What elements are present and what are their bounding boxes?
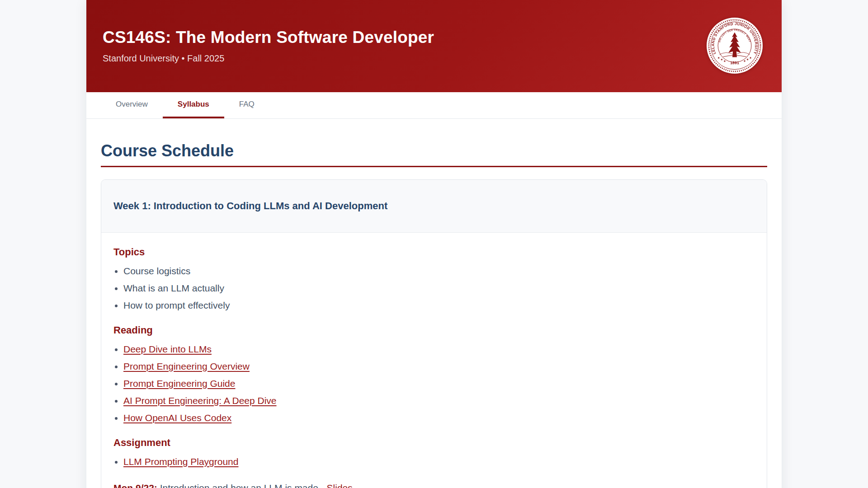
tab-faq[interactable]: FAQ — [224, 92, 269, 118]
list-item: How OpenAI Uses Codex — [123, 412, 755, 424]
list-item: What is an LLM actually — [123, 282, 755, 295]
topics-list: Course logisticsWhat is an LLM actuallyH… — [113, 265, 755, 312]
prompt-engineering-guide-link[interactable]: Prompt Engineering Guide — [123, 378, 235, 389]
ai-prompt-engineering-a-deep-dive-link[interactable]: AI Prompt Engineering: A Deep Dive — [123, 395, 277, 406]
how-openai-uses-codex-link[interactable]: How OpenAI Uses Codex — [123, 413, 231, 423]
week-card-body: TopicsCourse logisticsWhat is an LLM act… — [101, 233, 767, 488]
tab-overview[interactable]: Overview — [101, 92, 163, 118]
week-title: Week 1: Introduction to Coding LLMs and … — [113, 200, 755, 212]
list-item: LLM Prompting Playground — [123, 455, 755, 468]
list-item: Prompt Engineering Overview — [123, 360, 755, 373]
schedule-line: Mon 9/22: Introduction and how an LLM is… — [113, 482, 755, 488]
list-item: Deep Dive into LLMs — [123, 343, 755, 356]
course-title: CS146S: The Modern Software Developer — [103, 28, 700, 47]
section-heading-assignment: Assignment — [113, 437, 755, 449]
week-card: Week 1: Introduction to Coding LLMs and … — [101, 179, 767, 488]
slides-link[interactable]: Slides — [327, 483, 353, 488]
list-item: AI Prompt Engineering: A Deep Dive — [123, 394, 755, 407]
prompt-engineering-overview-link[interactable]: Prompt Engineering Overview — [123, 361, 250, 371]
page-title: Course Schedule — [101, 141, 767, 160]
reading-list: Deep Dive into LLMsPrompt Engineering Ov… — [113, 343, 755, 424]
llm-prompting-playground-link[interactable]: LLM Prompting Playground — [123, 456, 238, 467]
seal-year-text: 1891 — [730, 61, 739, 65]
schedule-text: Introduction and how an LLM is made - — [157, 483, 327, 488]
tab-bar: OverviewSyllabusFAQ — [86, 92, 782, 119]
stanford-seal-logo: LELAND STANFORD JUNIOR UNIVERSITY DIE LU… — [706, 17, 763, 74]
course-subtitle: Stanford University • Fall 2025 — [103, 53, 700, 64]
schedule-date: Mon 9/22: — [113, 483, 157, 488]
list-item: Prompt Engineering Guide — [123, 377, 755, 390]
assignment-list: LLM Prompting Playground — [113, 455, 755, 468]
tab-syllabus[interactable]: Syllabus — [163, 92, 224, 118]
main-content: Course Schedule Week 1: Introduction to … — [86, 119, 782, 488]
page-container: CS146S: The Modern Software Developer St… — [86, 0, 782, 488]
deep-dive-into-llms-link[interactable]: Deep Dive into LLMs — [123, 344, 212, 354]
list-item: How to prompt effectively — [123, 299, 755, 312]
title-divider — [101, 166, 767, 167]
list-item: Course logistics — [123, 265, 755, 277]
section-heading-topics: Topics — [113, 246, 755, 258]
week-sections: TopicsCourse logisticsWhat is an LLM act… — [113, 246, 755, 468]
course-header-banner: CS146S: The Modern Software Developer St… — [86, 0, 782, 92]
week-card-header: Week 1: Introduction to Coding LLMs and … — [101, 180, 767, 233]
section-heading-reading: Reading — [113, 324, 755, 336]
